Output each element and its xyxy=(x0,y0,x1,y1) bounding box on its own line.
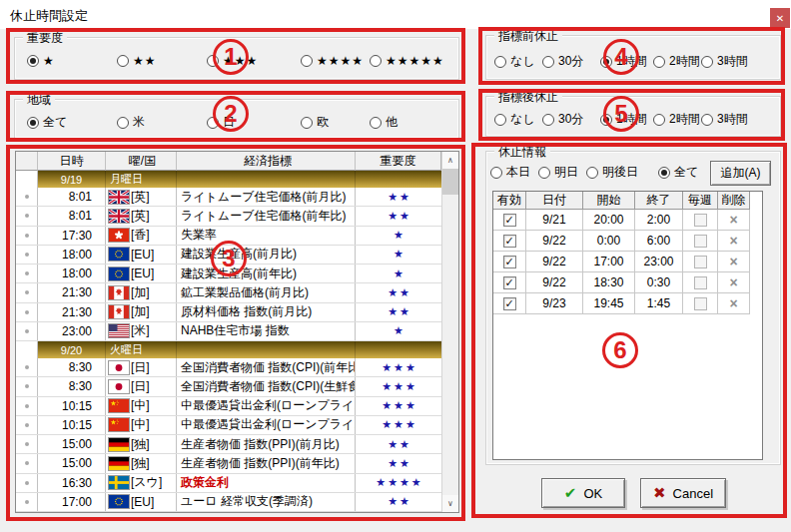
region-option-label: 日 xyxy=(223,114,235,131)
event-stars: ★★ xyxy=(386,210,411,223)
row-marker-dot xyxy=(25,481,29,485)
pause-date: 9/21 xyxy=(526,210,583,231)
event-time: 21:30 xyxy=(38,303,106,321)
radio-selected-icon xyxy=(658,167,670,179)
calendar-event-row[interactable]: 15:00[独]生産者物価 指数(PPI)(前年比)★★ xyxy=(16,454,441,473)
calendar-event-row[interactable]: 18:00[EU]建設業生産高(前月比)★ xyxy=(16,246,441,265)
cancel-button-label: Cancel xyxy=(673,486,713,501)
weekly-checkbox-unchecked-icon[interactable] xyxy=(694,297,707,310)
scrollbar-thumb[interactable] xyxy=(442,169,458,195)
importance-option[interactable]: ★★★ xyxy=(207,54,258,68)
post-pause-option[interactable]: なし xyxy=(494,111,535,128)
pre-pause-option[interactable]: 1時間 xyxy=(600,53,647,70)
titlebar: 休止時間設定 ✕ xyxy=(0,0,791,29)
post-pause-option[interactable]: 2時間 xyxy=(653,111,700,128)
importance-option[interactable]: ★ xyxy=(27,54,55,68)
weekly-checkbox-unchecked-icon[interactable] xyxy=(694,235,707,248)
calendar-event-row[interactable]: 8:01[英]ライトムーブ住宅価格(前年比)★★ xyxy=(16,207,441,226)
pre-pause-option[interactable]: 3時間 xyxy=(701,53,748,70)
event-stars: ★ xyxy=(392,248,405,261)
region-option[interactable]: 欧 xyxy=(301,114,329,131)
calendar-event-row[interactable]: 8:30[日]全国消費者物価 指数(CPI)(生鮮食料★★★ xyxy=(16,377,441,396)
calendar-event-row[interactable]: 8:01[英]ライトムーブ住宅価格(前月比)★★ xyxy=(16,188,441,207)
flag-hk-icon xyxy=(109,229,129,242)
enabled-checkbox-checked-icon[interactable]: ✓ xyxy=(503,276,516,289)
row-marker-dot xyxy=(25,461,29,465)
region-option[interactable]: 米 xyxy=(117,114,145,131)
pause-date: 9/22 xyxy=(526,231,583,252)
row-marker-dot xyxy=(25,423,29,427)
region-option-label: 米 xyxy=(133,114,145,131)
enabled-checkbox-checked-icon[interactable]: ✓ xyxy=(503,297,516,310)
weekly-checkbox-unchecked-icon[interactable] xyxy=(694,276,707,289)
radio-unselected-icon xyxy=(653,56,665,68)
pause-start-time: 19:45 xyxy=(583,293,635,314)
radio-unselected-icon xyxy=(117,55,129,67)
calendar-event-row[interactable]: 17:00[EU]ユーロ 経常収支(季調済)★★ xyxy=(16,493,441,512)
event-indicator: 建設業生産高(前月比) xyxy=(177,246,356,264)
scroll-up-icon[interactable]: ∧ xyxy=(442,152,458,169)
enabled-checkbox-checked-icon[interactable]: ✓ xyxy=(503,256,516,268)
pre-pause-option[interactable]: なし xyxy=(494,53,535,70)
delete-icon[interactable]: × xyxy=(729,254,737,269)
flag-us-icon xyxy=(109,324,129,337)
cancel-button[interactable]: ✖ Cancel xyxy=(640,478,726,508)
calendar-event-row[interactable]: 21:30[加]原材料価格 指数(前月比)★★ xyxy=(16,303,441,322)
weekly-checkbox-unchecked-icon[interactable] xyxy=(694,214,707,227)
radio-unselected-icon xyxy=(490,167,502,179)
pause-filter-option[interactable]: 本日 xyxy=(490,164,530,181)
pause-list-header-cell: 日付 xyxy=(526,192,583,210)
importance-option[interactable]: ★★ xyxy=(117,54,157,68)
scroll-down-icon[interactable]: ∨ xyxy=(442,495,458,512)
calendar-event-row[interactable]: 16:30[スウ]政策金利★★★★ xyxy=(16,474,441,493)
region-option[interactable]: 他 xyxy=(370,114,397,131)
add-button[interactable]: 追加(A) xyxy=(710,161,771,186)
event-country: [米] xyxy=(131,322,150,339)
event-time: 8:30 xyxy=(38,377,106,395)
pause-filter-option[interactable]: 全て xyxy=(658,164,698,181)
flag-de-icon xyxy=(109,457,129,470)
pre-pause-option-label: 1時間 xyxy=(616,53,647,70)
calendar-event-row[interactable]: 10:15[中]中最優遇貸出金利(ローンプライムレ★★★ xyxy=(16,397,441,416)
post-pause-option[interactable]: 3時間 xyxy=(701,111,748,128)
calendar-event-row[interactable]: 23:00[米]NAHB住宅市場 指数★ xyxy=(16,322,441,341)
pause-filter-option[interactable]: 明後日 xyxy=(586,164,638,181)
row-marker-dot xyxy=(25,384,29,388)
importance-option[interactable]: ★★★★★ xyxy=(370,54,444,68)
importance-option[interactable]: ★★★★ xyxy=(301,54,364,68)
calendar-event-row[interactable]: 10:15[中]中最優遇貸出金利(ローンプライムレ★★★ xyxy=(16,416,441,435)
region-option[interactable]: 日 xyxy=(207,114,235,131)
radio-unselected-icon xyxy=(370,55,382,67)
pause-filter-option[interactable]: 明日 xyxy=(538,164,578,181)
enabled-checkbox-checked-icon[interactable]: ✓ xyxy=(503,214,516,227)
delete-icon[interactable]: × xyxy=(729,212,737,228)
calendar-event-row[interactable]: 21:30[加]鉱工業製品価格(前月比)★★ xyxy=(16,283,441,302)
ok-button[interactable]: ✔ OK xyxy=(541,478,625,508)
calendar-event-row[interactable]: 17:30[香]失業率★ xyxy=(16,227,441,246)
close-button[interactable]: ✕ xyxy=(770,8,790,28)
flag-ca-icon xyxy=(109,286,129,299)
pause-list-header-row: 有効日付開始終了毎週削除 xyxy=(493,192,762,210)
calendar-event-row[interactable]: 15:00[独]生産者物価 指数(PPI)(前月比)★★ xyxy=(16,435,441,454)
band-date: 9/20 xyxy=(38,341,106,358)
calendar-scrollbar[interactable]: ∧ ∨ xyxy=(441,152,458,512)
pause-list-row: ✓9/2218:300:30× xyxy=(493,272,762,293)
flag-uk-icon xyxy=(109,210,129,223)
pre-pause-option[interactable]: 30分 xyxy=(542,53,583,70)
delete-icon[interactable]: × xyxy=(729,233,737,249)
event-time: 10:15 xyxy=(38,416,106,434)
delete-icon[interactable]: × xyxy=(729,274,737,290)
calendar-event-row[interactable]: 18:00[EU]建設業生産高(前年比)★ xyxy=(16,265,441,283)
pre-pause-option[interactable]: 2時間 xyxy=(653,53,700,70)
post-pause-option[interactable]: 1時間 xyxy=(600,111,647,128)
enabled-checkbox-checked-icon[interactable]: ✓ xyxy=(503,235,516,248)
radio-unselected-icon xyxy=(653,114,665,126)
calendar-event-row[interactable]: 8:30[日]全国消費者物価 指数(CPI)(前年比)★★★ xyxy=(16,358,441,377)
pause-list-header-cell: 毎週 xyxy=(683,192,718,210)
radio-selected-icon xyxy=(27,117,39,129)
post-pause-option[interactable]: 30分 xyxy=(542,111,583,128)
weekly-checkbox-unchecked-icon[interactable] xyxy=(694,256,707,268)
radio-selected-icon xyxy=(600,114,612,126)
region-option[interactable]: 全て xyxy=(27,114,67,131)
delete-icon[interactable]: × xyxy=(729,295,737,311)
